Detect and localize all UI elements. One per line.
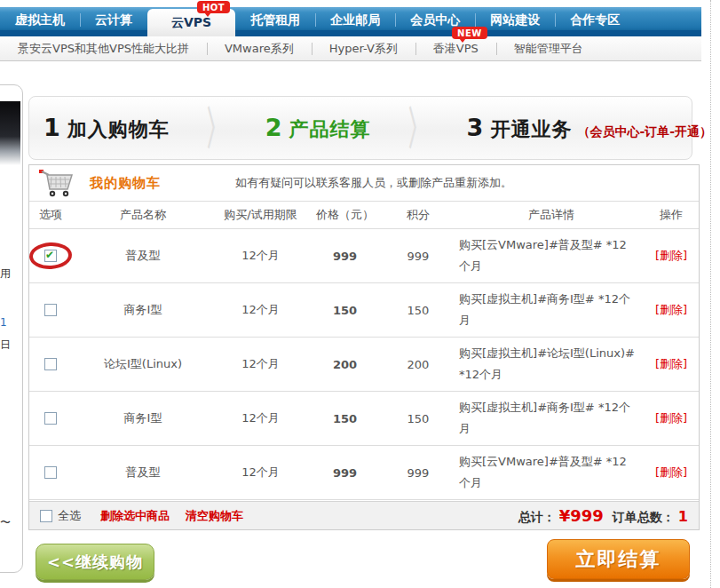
column-header-name: 产品名称 [72, 207, 214, 223]
cart-title: 我的购物车 [90, 175, 161, 192]
product-price: 150 [307, 304, 383, 317]
order-count-value: 1 [678, 508, 688, 525]
subnav-item[interactable]: 景安云VPS和其他VPS性能大比拼 [0, 41, 207, 57]
checkout-step: 1 加入购物车 [44, 114, 170, 143]
page: 虚拟主机 云计算 云VPS HOT 托管租用 企业邮局 [0, 0, 720, 588]
cart-table-body: 普及型 12个月 999 999 购买[云VMware]#普及型# *12个月 … [29, 229, 699, 500]
subnav-item[interactable]: VMware系列 [207, 41, 312, 57]
subnav-item[interactable]: Hyper-V系列 [312, 41, 415, 57]
cart-footer-bar: 全选 删除选中商品 清空购物车 总计： ¥999 订单总数： 1 [29, 501, 699, 529]
sidebar-banner-image [0, 101, 20, 165]
column-header-action: 操作 [649, 207, 693, 223]
cart-header: 我的购物车 如有有疑问可以联系客服人员，或删除产品重新添加。 [29, 165, 699, 202]
new-badge-icon: NEW [452, 27, 487, 39]
product-points: 999 [383, 250, 454, 263]
nav-item[interactable]: 托管租用 [235, 8, 315, 32]
delete-link[interactable]: [删除] [655, 411, 687, 425]
totals: 总计： ¥999 订单总数： 1 [518, 506, 688, 526]
select-all-label[interactable]: 全选 [58, 508, 81, 524]
delete-selected-link[interactable]: 删除选中商品 [100, 508, 170, 524]
select-all-checkbox[interactable] [40, 510, 52, 522]
row-checkbox[interactable] [44, 250, 57, 262]
sidebar-text-fragment: 日 [0, 338, 11, 353]
column-header-points: 积分 [383, 207, 454, 223]
cart-table-row: 普及型 12个月 999 999 购买[云VMware]#普及型# *12个月 … [29, 446, 699, 500]
product-term: 12个月 [214, 302, 307, 318]
top-navigation: 虚拟主机 云计算 云VPS HOT 托管租用 企业邮局 [0, 7, 701, 36]
product-points: 150 [383, 304, 454, 317]
page-right-dotted-edge [710, 0, 711, 588]
row-checkbox[interactable] [44, 304, 57, 316]
nav-item[interactable]: 云VPS HOT [147, 9, 235, 36]
nav-item[interactable]: 云计算 [80, 8, 147, 32]
product-price: 999 [307, 466, 383, 480]
cart-table-row: 论坛I型(Linux) 12个月 200 200 购买[虚拟主机]#论坛I型(L… [29, 338, 699, 392]
product-detail: 购买[虚拟主机]#商务I型# *12个月 [454, 283, 649, 337]
sidebar-text-fragment: 用 [0, 266, 11, 282]
product-term: 12个月 [214, 465, 307, 481]
checkout-step: 3 开通业务 （会员中心-订单-开通） [467, 114, 712, 143]
column-header-detail: 产品详情 [454, 207, 649, 223]
product-price: 999 [307, 250, 383, 263]
nav-item[interactable]: 虚拟主机 [0, 8, 80, 32]
product-term: 12个月 [214, 248, 307, 264]
nav-item[interactable]: 企业邮局 [315, 8, 395, 32]
continue-shopping-button[interactable]: <<继续购物 [36, 544, 154, 580]
product-term: 12个月 [214, 410, 307, 426]
cart-note: 如有有疑问可以联系客服人员，或删除产品重新添加。 [235, 175, 512, 191]
delete-link[interactable]: [删除] [655, 303, 687, 316]
clear-cart-link[interactable]: 清空购物车 [186, 508, 243, 524]
chevron-right-icon: 〉 [204, 105, 230, 151]
product-detail: 购买[虚拟主机]#论坛I型(Linux)# *12个月 [454, 338, 649, 391]
product-points: 200 [383, 358, 454, 371]
column-header-option: 选项 [29, 207, 72, 223]
sidebar-text-fragment: 1 [0, 316, 7, 329]
product-name: 商务I型 [72, 302, 214, 318]
order-count-label: 订单总数： [613, 510, 675, 526]
product-detail: 购买[云VMware]#普及型# *12个月 [454, 229, 649, 282]
delete-link[interactable]: [删除] [655, 357, 687, 370]
chevron-right-icon: 〉 [406, 105, 431, 151]
column-header-price: 价格（元） [307, 207, 383, 223]
product-term: 12个月 [214, 356, 307, 372]
row-checkbox[interactable] [44, 358, 57, 370]
row-checkbox[interactable] [44, 466, 57, 479]
product-points: 999 [383, 466, 454, 480]
left-sidebar-cropped [0, 84, 23, 573]
sidebar-text-fragment: 〜 [0, 515, 11, 530]
product-name: 商务I型 [72, 410, 214, 426]
subnav-item[interactable]: 香港VPS NEW [415, 41, 496, 57]
cart-table-header: 选项 产品名称 购买/试用期限 价格（元） 积分 产品详情 操作 [29, 202, 699, 229]
product-detail: 购买[虚拟主机]#商务I型# *12个月 [454, 392, 649, 445]
shopping-cart-panel: 我的购物车 如有有疑问可以联系客服人员，或删除产品重新添加。 选项 产品名称 购… [28, 164, 700, 530]
checkout-step: 2 产品结算 [265, 114, 371, 143]
product-points: 150 [383, 412, 454, 425]
product-price: 150 [307, 412, 383, 425]
delete-link[interactable]: [删除] [655, 465, 687, 479]
checkout-button[interactable]: 立即结算 [547, 539, 690, 579]
cart-table-row: 普及型 12个月 999 999 购买[云VMware]#普及型# *12个月 … [29, 229, 699, 283]
subnav-item[interactable]: 智能管理平台 [496, 41, 601, 57]
product-name: 论坛I型(Linux) [72, 356, 214, 372]
product-detail: 购买[云VMware]#普及型# *12个月 [454, 446, 649, 499]
product-price: 200 [307, 358, 383, 371]
sub-navigation: 景安云VPS和其他VPS性能大比拼 VMware系列 Hyper-V系列 香港V… [0, 36, 701, 61]
checkout-steps: 1 加入购物车 〉 2 产品结算 〉 3 开通业务 （会 [28, 96, 692, 160]
row-checkbox[interactable] [44, 412, 57, 425]
delete-link[interactable]: [删除] [655, 249, 687, 262]
product-name: 普及型 [72, 248, 214, 264]
column-header-term: 购买/试用期限 [214, 207, 307, 223]
cart-table-row: 商务I型 12个月 150 150 购买[虚拟主机]#商务I型# *12个月 [… [29, 392, 699, 446]
total-label: 总计： [518, 510, 556, 526]
total-value: ¥999 [559, 506, 604, 525]
shopping-cart-icon [36, 167, 77, 199]
nav-item[interactable]: 合作专区 [555, 8, 635, 32]
hot-badge-icon: HOT [197, 1, 230, 13]
cart-table-row: 商务I型 12个月 150 150 购买[虚拟主机]#商务I型# *12个月 [… [29, 283, 699, 338]
product-name: 普及型 [72, 465, 214, 481]
